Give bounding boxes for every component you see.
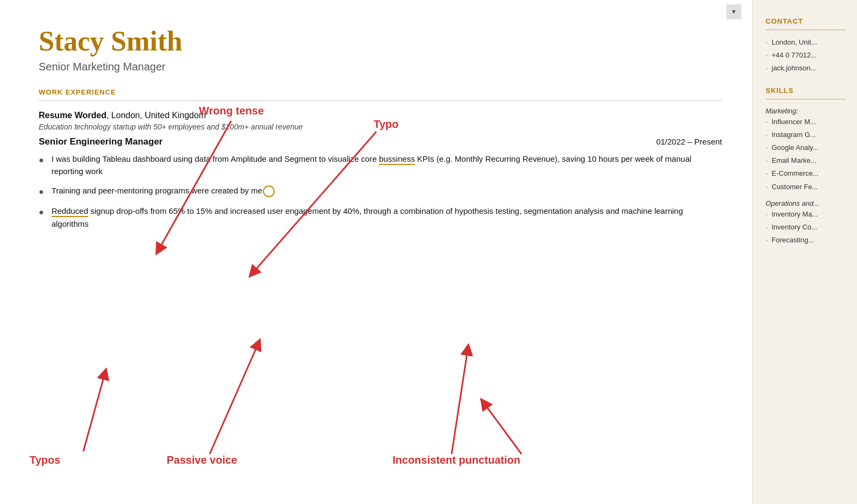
skills-header: SKILLS	[766, 87, 846, 95]
bullet-dot-1: ●	[39, 154, 44, 167]
contact-item-email: · jack.johnson...	[766, 63, 846, 73]
skill-ecommerce: · E-Commerce...	[766, 169, 846, 178]
annotations-layer: Wrong tense Typo Typos Passive voice Inc…	[0, 0, 752, 504]
scroll-indicator[interactable]: ▼	[726, 4, 741, 19]
skill-google: · Google Analy...	[766, 143, 846, 153]
contact-header: CONTACT	[766, 17, 846, 25]
annotation-typos-bottom: Typos	[30, 454, 60, 466]
comma-separator: ,	[106, 111, 111, 120]
bullet-list: ● I was building Tableau dashboard using…	[39, 153, 722, 230]
bullet-dot-2: ●	[39, 185, 44, 199]
bullet-3-text: Redduced signup drop-offs from 65% to 15…	[52, 205, 722, 230]
svg-line-5	[452, 349, 468, 454]
work-divider	[39, 100, 722, 101]
contact-item-location: · London, Unit...	[766, 38, 846, 47]
job-title: Senior Engineering Manager	[39, 136, 163, 147]
work-experience-header: WORK EXPERIENCE	[39, 88, 722, 96]
bullet-2-text: Training and peer-mentoring programs wer…	[52, 184, 275, 197]
job-dates: 01/2022 – Present	[656, 137, 722, 146]
contact-bullet-2: ·	[766, 51, 768, 59]
company-description: Education technology startup with 50+ em…	[39, 123, 722, 131]
work-entry: Resume Worded, London, United Kingdom Ed…	[39, 111, 722, 230]
skills-operations: Operations and... · Inventory Ma... · In…	[766, 199, 846, 246]
skill-influencer: · Influencer M...	[766, 117, 846, 127]
svg-line-6	[484, 403, 522, 454]
company-location: London, United Kingdom	[111, 111, 206, 120]
skills-operations-label: Operations and...	[766, 199, 846, 207]
annotation-passive-voice: Passive voice	[167, 454, 237, 466]
bullet-dot-3: ●	[39, 206, 44, 219]
skills-marketing: Marketing: · Influencer M... · Instagram…	[766, 107, 846, 192]
skill-forecasting: · Forecasting...	[766, 235, 846, 245]
contact-bullet-3: ·	[766, 64, 768, 72]
skills-section: SKILLS Marketing: · Influencer M... · In…	[766, 87, 846, 246]
svg-line-3	[83, 373, 105, 451]
contact-item-phone: · +44 0 77012...	[766, 51, 846, 60]
skills-divider	[766, 99, 846, 99]
contact-items: · London, Unit... · +44 0 77012... · jac…	[766, 38, 846, 74]
resume-sidebar: CONTACT · London, Unit... · +44 0 77012.…	[752, 0, 857, 504]
contact-bullet-1: ·	[766, 38, 768, 46]
annotation-inconsistent-punctuation: Inconsistent punctuation	[392, 454, 520, 466]
bullet-item-3: ● Redduced signup drop-offs from 65% to …	[39, 205, 722, 230]
skill-customer: · Customer Fe...	[766, 182, 846, 192]
bullet-item-1: ● I was building Tableau dashboard using…	[39, 153, 722, 178]
skill-instagram: · Instagram G...	[766, 130, 846, 140]
punctuation-circle	[263, 185, 275, 197]
job-title-row: Senior Engineering Manager 01/2022 – Pre…	[39, 136, 722, 147]
typo-bussiness: bussiness	[379, 154, 415, 165]
contact-divider	[766, 30, 846, 30]
company-line: Resume Worded, London, United Kingdom	[39, 111, 722, 120]
bullet-item-2: ● Training and peer-mentoring programs w…	[39, 184, 722, 199]
skill-email: · Email Marke...	[766, 156, 846, 165]
arrows-svg	[0, 0, 752, 504]
svg-line-4	[210, 344, 258, 454]
skills-marketing-label: Marketing:	[766, 107, 846, 115]
skill-inventory-co: · Inventory Co...	[766, 222, 846, 232]
company-name: Resume Worded	[39, 111, 106, 120]
resume-main: ▼ Stacy Smith Senior Marketing Manager W…	[0, 0, 752, 504]
bullet-1-text: I was building Tableau dashboard using d…	[52, 153, 722, 178]
candidate-title: Senior Marketing Manager	[39, 61, 722, 73]
candidate-name: Stacy Smith	[39, 26, 722, 56]
skill-inventory-ma: · Inventory Ma...	[766, 210, 846, 219]
typo-redduced: Redduced	[52, 206, 88, 217]
